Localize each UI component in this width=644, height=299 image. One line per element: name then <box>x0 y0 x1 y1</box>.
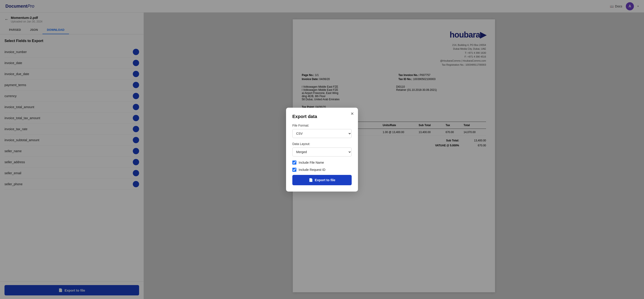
modal-overlay: Export data ✕ File Format: CSV Excel JSO… <box>0 0 644 299</box>
modal-export-button[interactable]: 📄 Export to file <box>292 175 352 185</box>
include-file-name-label: Include File Name <box>299 161 324 164</box>
modal-title: Export data <box>292 114 352 119</box>
modal-export-label: Export to file <box>315 178 336 182</box>
modal-close-button[interactable]: ✕ <box>350 112 354 116</box>
include-request-id-label: Include Request ID <box>299 168 325 172</box>
include-file-name-checkbox[interactable] <box>292 161 296 165</box>
file-format-label: File Format: <box>292 124 352 127</box>
data-layout-label: Data Layout: <box>292 142 352 146</box>
file-format-select[interactable]: CSV Excel JSON <box>292 129 352 138</box>
include-file-name-row: Include File Name <box>292 161 352 165</box>
data-layout-select[interactable]: Merged Separate <box>292 147 352 156</box>
modal-export-icon: 📄 <box>309 178 313 182</box>
export-modal: Export data ✕ File Format: CSV Excel JSO… <box>286 108 358 192</box>
include-request-id-row: Include Request ID <box>292 168 352 172</box>
include-request-id-checkbox[interactable] <box>292 168 296 172</box>
